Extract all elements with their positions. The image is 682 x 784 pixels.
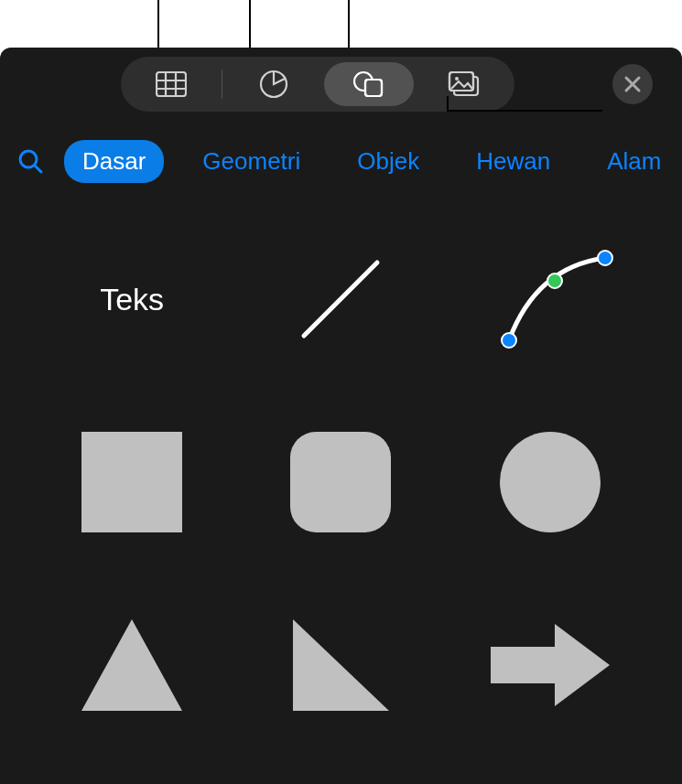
media-icon [448,70,481,98]
callout-line [447,110,602,112]
arrow-right-shape-icon [486,619,614,711]
line-shape-icon [286,244,395,354]
svg-point-12 [455,77,459,81]
table-icon [156,71,187,97]
callout-line [157,0,159,48]
shape-tool-button[interactable] [324,62,414,106]
rounded-square-shape-icon [290,432,391,532]
category-tab-objek[interactable]: Objek [339,140,438,183]
svg-rect-0 [157,72,186,96]
toolbar-divider [222,70,222,99]
text-shape-label: Teks [100,282,164,317]
bezier-shape-icon [482,240,619,359]
svg-marker-22 [293,619,389,711]
chart-icon [259,70,288,99]
shape-item-bezier[interactable] [482,240,619,359]
category-tabs: Dasar Geometri Objek Hewan Alam [0,132,682,190]
shape-item-triangle[interactable] [63,606,200,725]
category-tab-dasar[interactable]: Dasar [64,140,164,183]
svg-marker-21 [81,619,182,711]
category-tab-geometri[interactable]: Geometri [184,140,319,183]
callout-line [447,96,449,111]
svg-point-18 [502,333,516,348]
category-tab-alam[interactable]: Alam [589,140,679,183]
svg-line-17 [304,263,377,336]
svg-point-20 [598,251,612,265]
square-shape-icon [81,432,182,532]
shape-item-right-triangle[interactable] [272,606,409,725]
media-tool-button[interactable] [419,62,509,106]
circle-shape-icon [500,432,601,532]
shape-icon [352,70,385,98]
insert-toolbar [121,57,514,112]
chart-tool-button[interactable] [229,62,319,106]
callout-line [249,0,251,48]
shape-item-circle[interactable] [482,423,619,542]
triangle-shape-icon [77,615,187,715]
svg-rect-7 [365,80,382,96]
shape-item-text[interactable]: Teks [63,240,200,359]
category-tab-hewan[interactable]: Hewan [458,140,568,183]
search-icon [16,147,44,175]
insert-panel: Dasar Geometri Objek Hewan Alam Teks [0,48,682,784]
shape-item-arrow-right[interactable] [482,606,619,725]
close-button[interactable] [612,64,653,104]
close-icon [623,75,642,93]
shape-item-line[interactable] [272,240,409,359]
svg-marker-23 [491,624,610,706]
shapes-grid: Teks [0,212,682,752]
svg-point-19 [547,274,562,288]
right-triangle-shape-icon [288,615,394,715]
callout-line [348,0,350,48]
table-tool-button[interactable] [126,62,216,106]
shape-item-square[interactable] [63,423,200,542]
search-button[interactable] [16,147,44,175]
shape-item-rounded-square[interactable] [272,423,409,542]
svg-line-16 [35,166,41,172]
